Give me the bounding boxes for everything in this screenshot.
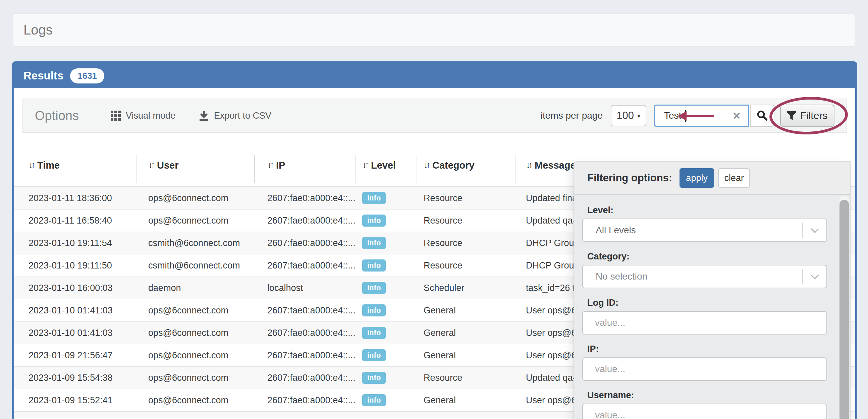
cell-time: 2023-01-10 19:11:54 bbox=[14, 238, 136, 248]
filter-panel-header: Filtering options: apply clear bbox=[574, 162, 850, 195]
username-field[interactable] bbox=[583, 404, 827, 419]
cell-level: info bbox=[355, 282, 416, 294]
sort-icon: ↓↑ bbox=[29, 160, 34, 186]
level-info-badge: info bbox=[362, 192, 386, 204]
filter-panel: Filtering options: apply clear Level: Al… bbox=[574, 162, 850, 419]
username-label: Username: bbox=[587, 389, 850, 401]
text-cursor bbox=[685, 110, 686, 122]
clear-button[interactable]: clear bbox=[718, 168, 750, 188]
filter-group-category: Category: No selection bbox=[582, 251, 850, 288]
cell-ip: 2607:fae0:a000:e4::... bbox=[254, 328, 355, 338]
cell-ip: 2607:fae0:a000:e4::... bbox=[254, 350, 355, 361]
clear-search-icon[interactable]: ✕ bbox=[733, 105, 741, 126]
options-bar: Options Visual mode Export to CSV items … bbox=[23, 99, 847, 133]
cell-time: 2023-01-11 18:36:00 bbox=[14, 193, 136, 203]
cell-category: Resource bbox=[416, 193, 516, 203]
ip-label: IP: bbox=[587, 343, 850, 355]
filter-group-username: Username: bbox=[582, 389, 850, 419]
username-field-wrap bbox=[582, 404, 827, 419]
level-info-badge: info bbox=[362, 259, 386, 271]
page-size-dropdown[interactable]: 100 ▾ bbox=[611, 105, 646, 126]
cell-time: 2023-01-11 16:58:40 bbox=[14, 216, 136, 226]
chevron-down-icon bbox=[811, 225, 819, 233]
cell-category: Resource bbox=[416, 373, 516, 383]
cell-user: ops@6connect.com bbox=[136, 193, 254, 203]
level-label: Level: bbox=[587, 204, 850, 216]
items-per-page-label: items per page bbox=[541, 110, 603, 121]
sort-icon: ↓↑ bbox=[526, 160, 531, 186]
category-select-value: No selection bbox=[583, 271, 647, 282]
cell-user: ops@6connect.com bbox=[136, 305, 254, 316]
export-csv-button[interactable]: Export to CSV bbox=[199, 110, 271, 121]
cell-time: 2023-01-09 15:54:38 bbox=[14, 373, 136, 383]
chevron-down-icon bbox=[811, 271, 819, 279]
cell-user: ops@6connect.com bbox=[136, 328, 254, 338]
cell-user: ops@6connect.com bbox=[136, 350, 254, 361]
filters-label: Filters bbox=[800, 110, 828, 121]
ip-field-wrap bbox=[582, 357, 827, 381]
filters-button[interactable]: Filters bbox=[780, 105, 834, 127]
cell-category: General bbox=[416, 350, 516, 361]
cell-category: General bbox=[416, 305, 516, 316]
level-info-badge: info bbox=[362, 327, 386, 339]
apply-button[interactable]: apply bbox=[680, 168, 714, 188]
filter-funnel-icon bbox=[787, 111, 796, 121]
header-divider bbox=[416, 155, 417, 183]
chevron-zone bbox=[802, 269, 827, 284]
grid-icon bbox=[111, 110, 121, 121]
page-size-value: 100 bbox=[616, 109, 634, 122]
cell-ip: 2607:fae0:a000:e4::... bbox=[254, 395, 355, 406]
cell-time: 2023-01-10 01:41:03 bbox=[14, 305, 136, 316]
filter-panel-scrollbar[interactable] bbox=[839, 196, 849, 419]
scrollbar-thumb[interactable] bbox=[839, 200, 849, 419]
cell-ip: 2607:fae0:a000:e4::... bbox=[254, 238, 355, 248]
column-header-ip[interactable]: ↓↑ IP bbox=[254, 152, 355, 186]
sort-icon: ↓↑ bbox=[267, 160, 272, 186]
cell-category: Resource bbox=[416, 260, 516, 271]
column-header-time[interactable]: ↓↑ Time bbox=[14, 152, 136, 186]
category-select[interactable]: No selection bbox=[582, 265, 827, 288]
cell-time: 2023-01-10 01:41:03 bbox=[14, 328, 136, 338]
cell-level: info bbox=[355, 394, 416, 406]
sort-icon: ↓↑ bbox=[362, 160, 367, 186]
cell-category: Scheduler bbox=[416, 283, 516, 293]
cell-ip: 2607:fae0:a000:e4::... bbox=[254, 193, 355, 203]
category-label: Category: bbox=[587, 251, 850, 262]
caret-down-icon: ▾ bbox=[637, 112, 641, 120]
cell-level: info bbox=[355, 192, 416, 204]
filter-panel-title: Filtering options: bbox=[587, 172, 672, 184]
search-group: ✕ bbox=[654, 105, 774, 127]
header-divider bbox=[516, 155, 516, 183]
cell-time: 2023-01-10 19:11:50 bbox=[14, 260, 136, 271]
column-header-user[interactable]: ↓↑ User bbox=[136, 152, 254, 186]
cell-level: info bbox=[355, 349, 416, 361]
cell-ip: localhost bbox=[254, 283, 355, 293]
header-divider bbox=[254, 155, 255, 183]
cell-user: ops@6connect.com bbox=[136, 373, 254, 383]
column-header-level[interactable]: ↓↑ Level bbox=[355, 152, 416, 186]
cell-level: info bbox=[355, 237, 416, 249]
log-id-field[interactable] bbox=[583, 312, 827, 334]
level-info-badge: info bbox=[362, 237, 386, 249]
level-info-badge: info bbox=[362, 349, 386, 361]
visual-mode-button[interactable]: Visual mode bbox=[111, 110, 176, 121]
ip-field[interactable] bbox=[583, 358, 827, 380]
export-csv-label: Export to CSV bbox=[214, 110, 271, 121]
chevron-zone bbox=[802, 223, 827, 238]
column-header-category[interactable]: ↓↑ Category bbox=[416, 152, 516, 186]
level-select[interactable]: All Levels bbox=[582, 219, 827, 242]
search-button[interactable] bbox=[750, 105, 774, 127]
cell-category: Resource bbox=[416, 238, 516, 248]
cell-ip: 2607:fae0:a000:e4::... bbox=[254, 216, 355, 226]
level-info-badge: info bbox=[362, 282, 386, 294]
results-header: Results 1631 bbox=[14, 63, 855, 88]
search-input[interactable] bbox=[655, 105, 722, 126]
level-info-badge: info bbox=[362, 215, 386, 227]
header-divider bbox=[136, 155, 136, 183]
cell-category: General bbox=[416, 328, 516, 338]
page-header: Logs bbox=[13, 13, 855, 46]
cell-category: Resource bbox=[416, 216, 516, 226]
cell-time: 2023-01-10 16:00:03 bbox=[14, 283, 136, 293]
cell-user: csmith@6connect.com bbox=[136, 238, 254, 248]
cell-user: ops@6connect.com bbox=[136, 395, 254, 406]
